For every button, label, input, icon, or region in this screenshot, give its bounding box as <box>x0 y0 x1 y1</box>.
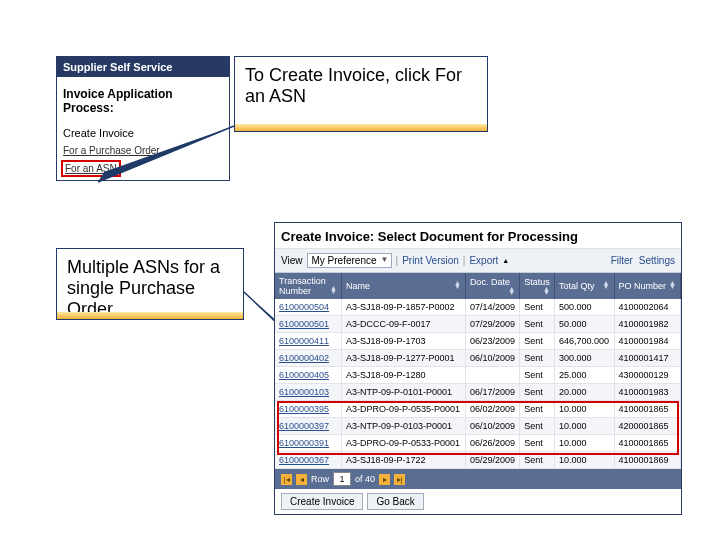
table-row[interactable]: 6100000411A3-SJ18-09-P-170306/23/2009Sen… <box>275 333 681 350</box>
link-for-asn[interactable]: For an ASN <box>57 160 229 180</box>
cell-total-qty: 50.000 <box>555 316 614 333</box>
supplier-self-service-panel: Supplier Self Service Invoice Applicatio… <box>56 56 230 181</box>
cell-total-qty: 20.000 <box>555 384 614 401</box>
table-row[interactable]: 6100000103A3-NTP-09-P-0101-P000106/17/20… <box>275 384 681 401</box>
pager-next-icon[interactable]: ▸ <box>379 474 390 485</box>
go-back-button[interactable]: Go Back <box>367 493 423 510</box>
cell-doc-date <box>465 367 519 384</box>
table-row[interactable]: 6100000395A3-DPRO-09-P-0535-P000106/02/2… <box>275 401 681 418</box>
export-link[interactable]: Export <box>469 255 498 266</box>
cell-doc-date: 06/10/2009 <box>465 418 519 435</box>
cell-status: Sent <box>520 418 555 435</box>
cell-doc-date: 07/14/2009 <box>465 299 519 316</box>
cell-total-qty: 10.000 <box>555 452 614 469</box>
cell-transaction-number[interactable]: 6100000391 <box>275 435 341 452</box>
cell-name: A3-SJ18-09-P-1703 <box>341 333 465 350</box>
table-row[interactable]: 6100000397A3-NTP-09-P-0103-P000106/10/20… <box>275 418 681 435</box>
cell-doc-date: 05/29/2009 <box>465 452 519 469</box>
cell-name: A3-DPRO-09-P-0533-P0001 <box>341 435 465 452</box>
cell-transaction-number[interactable]: 6100000411 <box>275 333 341 350</box>
panel1-subtitle: Invoice Application Process: <box>57 77 229 121</box>
document-table: Transaction Number▲▼ Name▲▼ Doc. Date▲▼ … <box>275 273 681 469</box>
link-for-po[interactable]: For a Purchase Order <box>57 145 229 160</box>
create-invoice-grid-panel: Create Invoice: Select Document for Proc… <box>274 222 682 515</box>
table-row[interactable]: 6100000367A3-SJ18-09-P-172205/29/2009Sen… <box>275 452 681 469</box>
cell-name: A3-DPRO-09-P-0535-P0001 <box>341 401 465 418</box>
settings-link[interactable]: Settings <box>639 255 675 266</box>
table-row[interactable]: 6100000391A3-DPRO-09-P-0533-P000106/26/2… <box>275 435 681 452</box>
callout-bar-icon <box>235 124 487 131</box>
cell-total-qty: 10.000 <box>555 435 614 452</box>
table-row[interactable]: 6100000402A3-SJ18-09-P-1277-P000106/10/2… <box>275 350 681 367</box>
cell-po-number: 4200001865 <box>614 418 680 435</box>
cell-status: Sent <box>520 435 555 452</box>
print-version-link[interactable]: Print Version <box>402 255 459 266</box>
callout-multiple-asns: Multiple ASNs for a single Purchase Orde… <box>56 248 244 320</box>
pager-bar: |◂ ◂ Row of 40 ▸ ▸| <box>275 469 681 489</box>
cell-po-number: 4100001865 <box>614 401 680 418</box>
callout-bar-icon <box>57 312 243 319</box>
cell-po-number: 4100001865 <box>614 435 680 452</box>
cell-transaction-number[interactable]: 6100000367 <box>275 452 341 469</box>
cell-name: A3-SJ18-09-P-1857-P0002 <box>341 299 465 316</box>
cell-doc-date: 06/17/2009 <box>465 384 519 401</box>
pager-row-label: Row <box>311 474 329 484</box>
cell-status: Sent <box>520 367 555 384</box>
col-doc-date[interactable]: Doc. Date▲▼ <box>465 273 519 299</box>
cell-name: A3-DCCC-09-F-0017 <box>341 316 465 333</box>
cell-doc-date: 06/10/2009 <box>465 350 519 367</box>
cell-status: Sent <box>520 333 555 350</box>
callout2-text: Multiple ASNs for a single Purchase Orde… <box>67 257 220 319</box>
view-select[interactable]: My Preference <box>307 253 392 268</box>
cell-doc-date: 07/29/2009 <box>465 316 519 333</box>
table-row[interactable]: 6100000501A3-DCCC-09-F-001707/29/2009Sen… <box>275 316 681 333</box>
cell-name: A3-NTP-09-P-0101-P0001 <box>341 384 465 401</box>
cell-status: Sent <box>520 401 555 418</box>
cell-transaction-number[interactable]: 6100000397 <box>275 418 341 435</box>
cell-po-number: 4100001984 <box>614 333 680 350</box>
cell-transaction-number[interactable]: 6100000395 <box>275 401 341 418</box>
cell-total-qty: 646,700.000 <box>555 333 614 350</box>
cell-total-qty: 25.000 <box>555 367 614 384</box>
cell-doc-date: 06/23/2009 <box>465 333 519 350</box>
cell-transaction-number[interactable]: 6100000402 <box>275 350 341 367</box>
cell-total-qty: 10.000 <box>555 401 614 418</box>
cell-po-number: 4300000129 <box>614 367 680 384</box>
cell-po-number: 4100002064 <box>614 299 680 316</box>
filter-link[interactable]: Filter <box>611 255 633 266</box>
table-row[interactable]: 6100000504A3-SJ18-09-P-1857-P000207/14/2… <box>275 299 681 316</box>
grid-toolbar: View My Preference | Print Version | Exp… <box>275 249 681 273</box>
cell-total-qty: 300.000 <box>555 350 614 367</box>
cell-status: Sent <box>520 350 555 367</box>
cell-name: A3-SJ18-09-P-1722 <box>341 452 465 469</box>
cell-transaction-number[interactable]: 6100000103 <box>275 384 341 401</box>
col-total-qty[interactable]: Total Qty▲▼ <box>555 273 614 299</box>
callout1-text: To Create Invoice, click For an ASN <box>245 65 462 106</box>
col-po-number[interactable]: PO Number▲▼ <box>614 273 680 299</box>
col-name[interactable]: Name▲▼ <box>341 273 465 299</box>
cell-total-qty: 500.000 <box>555 299 614 316</box>
col-transaction-number[interactable]: Transaction Number▲▼ <box>275 273 341 299</box>
pager-first-icon[interactable]: |◂ <box>281 474 292 485</box>
cell-status: Sent <box>520 316 555 333</box>
cell-transaction-number[interactable]: 6100000405 <box>275 367 341 384</box>
callout-create-invoice: To Create Invoice, click For an ASN <box>234 56 488 132</box>
cell-po-number: 4100001417 <box>614 350 680 367</box>
cell-transaction-number[interactable]: 6100000504 <box>275 299 341 316</box>
cell-po-number: 4100001983 <box>614 384 680 401</box>
cell-name: A3-SJ18-09-P-1277-P0001 <box>341 350 465 367</box>
cell-name: A3-NTP-09-P-0103-P0001 <box>341 418 465 435</box>
cell-status: Sent <box>520 452 555 469</box>
pager-prev-icon[interactable]: ◂ <box>296 474 307 485</box>
pager-last-icon[interactable]: ▸| <box>394 474 405 485</box>
panel1-title: Supplier Self Service <box>57 57 229 77</box>
create-invoice-button[interactable]: Create Invoice <box>281 493 363 510</box>
table-row[interactable]: 6100000405A3-SJ18-09-P-1280Sent25.000430… <box>275 367 681 384</box>
cell-doc-date: 06/02/2009 <box>465 401 519 418</box>
pager-current-input[interactable] <box>333 472 351 486</box>
col-status[interactable]: Status▲▼ <box>520 273 555 299</box>
cell-total-qty: 10.000 <box>555 418 614 435</box>
cell-doc-date: 06/26/2009 <box>465 435 519 452</box>
cell-name: A3-SJ18-09-P-1280 <box>341 367 465 384</box>
cell-transaction-number[interactable]: 6100000501 <box>275 316 341 333</box>
